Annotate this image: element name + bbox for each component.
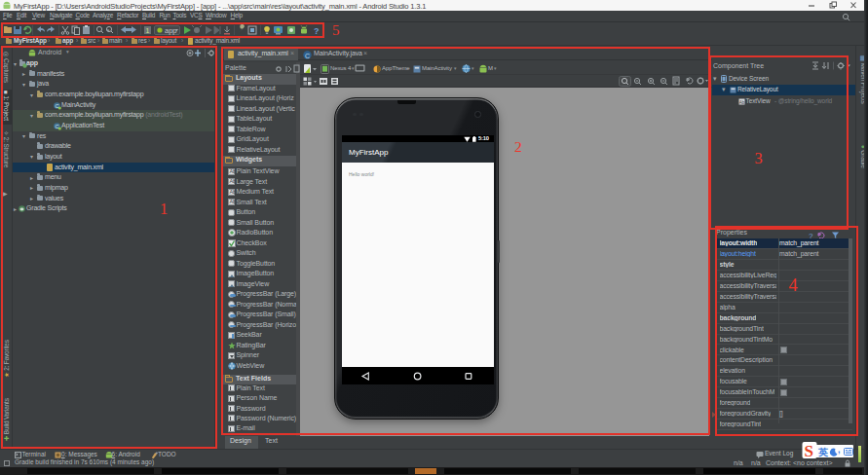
svg-text:S: S [805, 442, 813, 460]
